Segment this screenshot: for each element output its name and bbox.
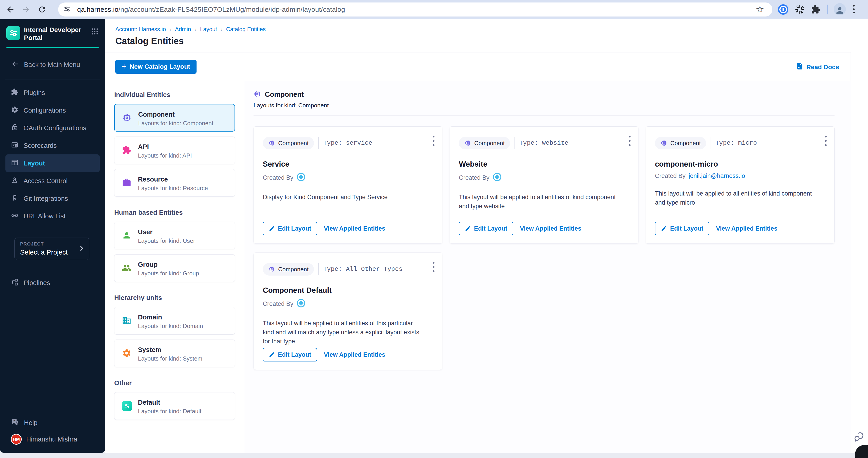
chip-icon [268, 140, 275, 146]
sidebar-item-url-allow-list[interactable]: URL Allow List [0, 207, 105, 225]
read-docs-link[interactable]: Read Docs [796, 62, 839, 72]
entity-item-user[interactable]: User Layouts for kind: User [114, 222, 235, 249]
sidebar-item-scorecards[interactable]: Scorecards [0, 137, 105, 154]
layouts-panel: Component Layouts for kind: Component Co… [244, 81, 851, 453]
edit-layout-button[interactable]: Edit Layout [459, 222, 513, 235]
entity-item-resource[interactable]: Resource Layouts for kind: Resource [114, 169, 235, 197]
sidebar-item-help[interactable]: ? Help [0, 414, 105, 431]
toolbar: + New Catalog Layout Read Docs [105, 53, 851, 81]
sunburst-extension-icon[interactable] [795, 4, 805, 14]
sidebar-item-label: URL Allow List [24, 212, 66, 220]
project-selector[interactable]: PROJECT Select a Project [14, 238, 89, 260]
kind-badge: Component [655, 137, 706, 150]
breadcrumb-catalog-entities[interactable]: Catalog Entities [226, 26, 266, 33]
user-menu[interactable]: HM Himanshu Mishra [0, 434, 105, 445]
new-catalog-layout-button[interactable]: + New Catalog Layout [115, 60, 196, 74]
edit-layout-button[interactable]: Edit Layout [263, 222, 317, 235]
view-applied-entities-link[interactable]: View Applied Entities [520, 225, 582, 232]
entity-item-api[interactable]: API Layouts for kind: API [114, 136, 235, 164]
entity-item-default[interactable]: Default Layouts for kind: Default [114, 392, 235, 420]
address-bar[interactable]: qa.harness.io/ng/account/zEaak-FLS425IEO… [58, 2, 772, 17]
browser-menu-icon[interactable] [853, 5, 855, 13]
entity-item-component[interactable]: Component Layouts for kind: Component [114, 104, 235, 132]
url-text: qa.harness.io/ng/account/zEaak-FLS425IEO… [77, 6, 345, 13]
section-title-human: Human based Entities [114, 209, 235, 216]
edit-layout-label: Edit Layout [278, 351, 311, 358]
entity-subtitle: Layouts for kind: Component [138, 120, 213, 127]
browser-back-icon[interactable] [6, 5, 15, 14]
creator-email-link[interactable]: jenil.jain@harness.io [689, 172, 745, 179]
created-by-label: Created By [655, 172, 685, 179]
view-applied-entities-link[interactable]: View Applied Entities [716, 225, 778, 232]
card-description: Display for Kind Component and Type Serv… [263, 193, 433, 202]
pencil-icon [269, 352, 275, 358]
browser-profile-avatar[interactable] [834, 3, 846, 15]
browser-forward-icon[interactable] [22, 5, 31, 14]
breadcrumb-layout[interactable]: Layout [200, 26, 217, 33]
entity-subtitle: Layouts for kind: System [138, 355, 203, 362]
entity-item-system[interactable]: System Layouts for kind: System [114, 339, 235, 367]
back-to-main-menu[interactable]: Back to Main Menu [0, 48, 105, 70]
view-applied-entities-link[interactable]: View Applied Entities [324, 225, 385, 232]
harness-logo-icon [297, 299, 306, 309]
browser-chrome: qa.harness.io/ng/account/zEaak-FLS425IEO… [0, 0, 868, 19]
entity-item-group[interactable]: Group Layouts for kind: Group [114, 254, 235, 282]
card-menu-icon[interactable] [627, 134, 632, 148]
app-title: Internal Developer Portal [24, 26, 83, 42]
breadcrumb-account[interactable]: Account: Harness.io [115, 26, 166, 33]
chrome-divider [827, 4, 828, 14]
chevron-right-icon [78, 245, 85, 253]
sidebar-item-plugins[interactable]: Plugins [0, 84, 105, 101]
edit-layout-label: Edit Layout [474, 225, 507, 232]
breadcrumb-admin[interactable]: Admin [175, 26, 191, 33]
sidebar-item-access-control[interactable]: Access Control [0, 172, 105, 190]
user-name: Himanshu Mishra [26, 436, 78, 443]
layout-card-website: Component Type: website Website Created … [450, 126, 639, 244]
extensions-puzzle-icon[interactable] [811, 5, 820, 14]
card-title: component-micro [655, 160, 825, 168]
chat-support-icon[interactable] [854, 430, 866, 444]
git-branch-icon [11, 194, 19, 203]
idp-logo-icon[interactable] [6, 26, 20, 40]
view-applied-entities-link[interactable]: View Applied Entities [324, 351, 385, 358]
url-path: /ng/account/zEaak-FLS425IEO7OLzMUg/modul… [119, 6, 345, 13]
browser-reload-icon[interactable] [37, 5, 46, 14]
url-host: qa.harness.io [77, 6, 119, 13]
api-puzzle-icon [122, 145, 131, 156]
domain-building-icon [122, 316, 131, 326]
bookmark-star-icon[interactable]: ☆ [755, 5, 764, 14]
edit-layout-button[interactable]: Edit Layout [655, 222, 709, 235]
sidebar-item-oauth-configurations[interactable]: OAuth Configurations [0, 119, 105, 137]
harness-logo-icon [493, 172, 502, 183]
sidebar-item-configurations[interactable]: Configurations [0, 101, 105, 119]
pencil-icon [269, 225, 275, 232]
link-icon [11, 211, 19, 221]
chip-icon [660, 140, 667, 146]
layout-card-component-micro: Component Type: micro component-micro Cr… [646, 126, 835, 244]
sidebar-item-label: Layout [24, 160, 45, 167]
lock-icon [11, 124, 19, 133]
sidebar-item-pipelines[interactable]: Pipelines [0, 274, 105, 292]
edit-layout-button[interactable]: Edit Layout [263, 348, 317, 361]
card-menu-icon[interactable] [431, 134, 436, 148]
sidebar-item-layout[interactable]: Layout [5, 154, 100, 172]
sidebar-item-label: Git Integrations [24, 195, 68, 202]
entity-item-domain[interactable]: Domain Layouts for kind: Domain [114, 307, 235, 334]
card-menu-icon[interactable] [431, 260, 436, 273]
edit-layout-label: Edit Layout [670, 225, 703, 232]
card-menu-icon[interactable] [824, 134, 828, 148]
type-text: Type: service [323, 140, 372, 146]
kind-badge: Component [263, 263, 314, 275]
sidebar-item-git-integrations[interactable]: Git Integrations [0, 190, 105, 207]
svg-text:?: ? [13, 419, 15, 423]
project-value: Select a Project [20, 249, 84, 256]
entity-name: API [138, 143, 149, 151]
entity-subtitle: Layouts for kind: Domain [138, 323, 203, 330]
module-grid-icon[interactable] [91, 27, 99, 36]
main-content: Account: Harness.io › Admin › Layout › C… [105, 19, 868, 453]
password-manager-extension-icon[interactable] [778, 4, 788, 15]
sidebar-separator [5, 79, 100, 80]
pipelines-icon [11, 278, 19, 288]
gears-icon [11, 106, 19, 115]
site-settings-icon[interactable] [63, 5, 71, 14]
